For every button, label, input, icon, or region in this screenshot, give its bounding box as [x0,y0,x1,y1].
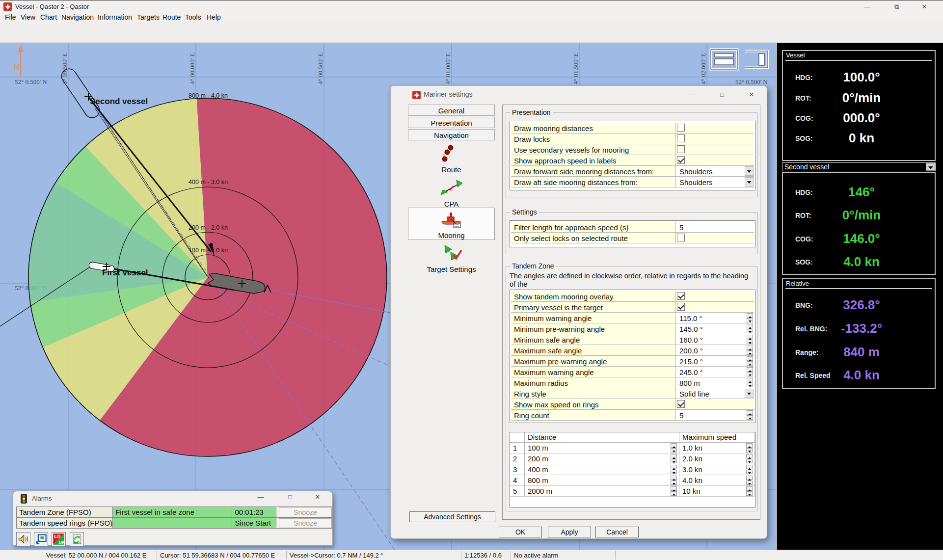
dropdown-arrow[interactable] [745,166,754,176]
settings-row[interactable]: Ring style Solid line [511,388,754,399]
menu-navigation[interactable]: Navigation [61,13,94,21]
checkbox[interactable] [677,134,685,142]
menu-information[interactable]: Information [98,13,132,21]
checkbox[interactable] [677,292,685,300]
checkbox[interactable] [677,124,685,132]
spinner[interactable] [671,443,677,453]
close-button[interactable]: ✕ [917,2,932,11]
snooze-button[interactable]: Snooze [279,507,332,517]
ok-button[interactable]: OK [499,527,542,537]
dialog-maximize[interactable]: □ [715,90,729,99]
target-vessel-selector[interactable]: Second vessel [782,162,936,171]
spinner[interactable] [671,486,677,496]
speed-cell[interactable]: 10 kn [679,486,755,497]
speed-cell[interactable]: 4.0 kn [679,475,755,486]
settings-row[interactable]: Draw aft side mooring distances from: Sh… [511,177,754,187]
settings-row[interactable]: Show tandem mooring overlay [511,291,754,302]
alarm-louk-button[interactable]: LOUK [52,532,66,546]
alarms-close[interactable]: ✕ [310,492,325,502]
alarm-sound-button[interactable] [16,532,30,546]
spinner[interactable] [747,324,754,333]
checkbox[interactable] [677,234,685,241]
settings-row[interactable]: Use secondary vessels for mooring [511,144,754,155]
spinner[interactable] [671,465,677,474]
spinner[interactable] [671,476,677,485]
settings-row[interactable]: Minimum pre-warning angle 145.0 ° [511,323,754,334]
alarms-window[interactable]: Alarms — □ ✕ Tandem Zone (FPSO) First ve… [13,491,333,546]
tab-general[interactable]: General [408,105,495,116]
spinner[interactable] [747,410,754,420]
settings-row[interactable]: Filter length for approach speed (s) 5 [511,222,754,233]
menu-file[interactable]: File [5,13,16,21]
nav-item-target-settings[interactable]: Target Settings [408,241,495,273]
dialog-close[interactable]: ✕ [744,90,759,99]
spinner[interactable] [747,335,754,344]
settings-row[interactable]: Draw mooring distances [511,123,754,133]
dropdown-arrow[interactable] [745,177,754,187]
menu-view[interactable]: View [21,13,35,21]
spinner[interactable] [747,378,754,387]
selector-dropdown-arrow[interactable] [926,163,935,171]
menu-tools[interactable]: Tools [185,13,201,21]
checkbox[interactable] [677,303,685,311]
settings-row[interactable]: Draw forward side mooring distances from… [511,166,754,177]
distance-cell[interactable]: 400 m [525,464,679,475]
settings-row[interactable]: Primary vessel is the target [511,302,754,313]
nav-item-route[interactable]: Route [408,143,495,175]
spinner[interactable] [746,443,753,453]
titlebar: Vessel - Qastor 2 - Qastor — ⧉ ✕ [0,0,943,12]
spinner[interactable] [747,356,754,366]
tab-presentation[interactable]: Presentation [408,117,495,128]
checkbox[interactable] [677,156,685,164]
settings-row[interactable]: Ring count 5 [511,410,754,421]
settings-row[interactable]: Maximum warning angle 245.0 ° [511,367,754,377]
spinner[interactable] [747,346,754,355]
layout-icons[interactable] [711,50,768,69]
nav-item-cpa[interactable]: CPA [408,175,495,208]
settings-row[interactable]: Minimum safe angle 160.0 ° [511,334,754,345]
speed-cell[interactable]: 2.0 kn [679,453,755,464]
settings-row[interactable]: Show approach speed in labels [511,155,754,166]
nav-item-mooring[interactable]: Mooring [408,208,495,240]
checkbox[interactable] [677,400,685,408]
alarm-refresh-button[interactable] [70,532,84,546]
spinner[interactable] [747,313,754,322]
distance-cell[interactable]: 800 m [525,475,679,486]
distance-cell[interactable]: 200 m [525,453,679,464]
menu-targets[interactable]: Targets [137,13,160,21]
distance-cell[interactable]: 2000 m [525,486,679,497]
spinner[interactable] [746,476,753,485]
menu-route[interactable]: Route [162,13,181,21]
settings-row[interactable]: Maximum radius 800 m [511,377,754,388]
checkbox[interactable] [677,145,685,153]
speed-cell[interactable]: 3.0 kn [679,464,755,475]
cancel-button[interactable]: Cancel [595,527,639,537]
advanced-settings-button[interactable]: Advanced Settings [409,511,495,522]
settings-row[interactable]: Maximum pre-warning angle 215.0 ° [511,356,754,367]
settings-row[interactable]: Show max speed on rings [511,399,754,410]
alarm-popup-button[interactable] [34,532,48,546]
menu-chart[interactable]: Chart [40,13,57,21]
speed-cell[interactable]: 1.0 kn [679,443,755,453]
spinner[interactable] [746,454,753,463]
settings-row[interactable]: Draw locks [511,133,754,144]
distance-cell[interactable]: 100 m [525,443,679,453]
dropdown-arrow[interactable] [745,389,754,398]
alarms-maximize[interactable]: □ [283,492,297,502]
snooze-button[interactable]: Snooze [279,518,332,528]
tab-navigation[interactable]: Navigation [408,129,495,140]
alarms-minimize[interactable]: — [253,492,268,502]
restore-button[interactable]: ⧉ [889,2,904,11]
settings-row[interactable]: Only select locks on selected route [511,233,754,243]
spinner[interactable] [746,465,753,474]
settings-row[interactable]: Minimum warning angle 115.0 ° [511,313,754,323]
spinner[interactable] [747,367,754,376]
minimize-button[interactable]: — [860,2,875,11]
spinner[interactable] [746,486,753,496]
menu-help[interactable]: Help [207,13,221,21]
dialog-minimize[interactable]: — [685,90,700,99]
apply-button[interactable]: Apply [548,527,591,537]
settings-row[interactable]: Maximum safe angle 200.0 ° [511,345,754,356]
spinner[interactable] [671,454,677,463]
mariner-settings-dialog[interactable]: Mariner settings — □ ✕ General Presentat… [390,85,767,539]
